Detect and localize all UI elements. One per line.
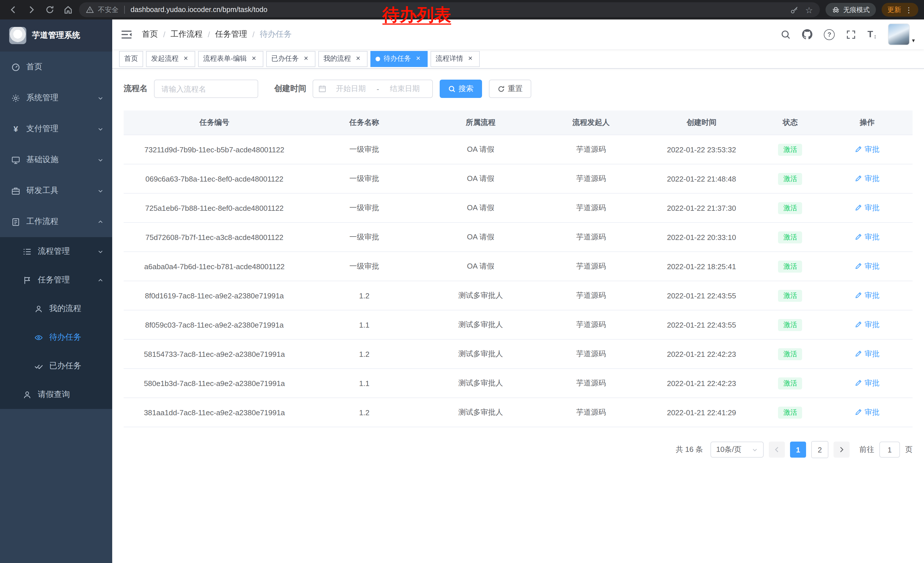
search-icon[interactable] [781,30,790,39]
search-icon [448,85,456,93]
github-icon[interactable] [802,29,812,39]
cell-task-id: a6aba0a4-7b6d-11ec-b781-acde48001122 [124,252,305,281]
fullscreen-icon[interactable] [846,30,856,39]
close-icon[interactable]: × [466,54,475,63]
caret-down-icon: ▾ [912,36,915,45]
breadcrumb-separator: / [208,30,210,39]
chevron-up-icon [98,219,104,225]
bookmark-star-icon[interactable]: ☆ [805,6,813,14]
refresh-button[interactable] [42,2,57,17]
filter-bar: 流程名 创建时间 开始日期 - 结束日期 搜索 重 [124,80,912,98]
sidebar-item-home[interactable]: 首页 [0,51,112,83]
clipboard-icon [12,217,20,226]
close-icon[interactable]: × [414,54,423,63]
tab-todo-tasks[interactable]: 待办任务 × [370,51,428,67]
update-button[interactable]: 更新 ⋮ [882,3,918,17]
tab-my-process[interactable]: 我的流程 × [318,51,368,67]
table-row: 725a1eb6-7b88-11ec-8ef0-acde48001122 一级审… [124,193,912,222]
forward-button[interactable] [24,2,39,17]
approve-link[interactable]: 审批 [855,349,879,359]
sidebar-item-payment-mgmt[interactable]: ¥ 支付管理 [0,113,112,144]
close-icon[interactable]: × [182,54,190,63]
tab-label: 待办任务 [384,54,411,63]
url-bar[interactable]: 不安全 dashboard.yudao.iocoder.cn/bpm/task/… [79,2,820,17]
app-logo[interactable]: 芋道管理系统 [0,20,112,51]
cell-actions: 审批 [822,281,912,310]
edit-icon [855,408,862,416]
cell-task-id: 8f059c03-7ac8-11ec-a9e2-a2380e71991a [124,310,305,339]
cell-task-name: 一级审批 [305,193,423,222]
sidebar-item-done-tasks[interactable]: 已办任务 [0,352,112,380]
avatar[interactable] [888,24,910,45]
cell-created: 2022-01-22 18:25:41 [644,252,759,281]
page-button-2[interactable]: 2 [811,441,828,458]
tab-label: 已办任务 [272,54,299,63]
tab-home[interactable]: 首页 [119,51,143,67]
goto-page-input[interactable] [879,441,900,458]
cell-initiator: 芋道源码 [538,310,644,339]
close-icon[interactable]: × [354,54,362,63]
cell-status: 激活 [759,310,822,339]
home-button[interactable] [61,2,76,17]
date-range-picker[interactable]: 开始日期 - 结束日期 [313,80,433,98]
cell-initiator: 芋道源码 [538,193,644,222]
chevron-down-icon [98,248,104,255]
app-logo-image [9,27,26,44]
close-icon[interactable]: × [302,54,310,63]
cell-created: 2022-01-22 23:53:32 [644,135,759,164]
sidebar-item-leave-query[interactable]: 请假查询 [0,380,112,409]
page-size-select[interactable]: 10条/页 [711,441,764,458]
sidebar-item-dev-tools[interactable]: 研发工具 [0,175,112,206]
approve-link[interactable]: 审批 [855,320,879,330]
sidebar-item-my-process[interactable]: 我的流程 [0,294,112,323]
cell-actions: 审批 [822,193,912,222]
approve-link[interactable]: 审批 [855,144,879,155]
approve-link[interactable]: 审批 [855,232,879,242]
cell-task-id: 725a1eb6-7b88-11ec-8ef0-acde48001122 [124,193,305,222]
cell-process: OA 请假 [423,252,538,281]
cell-status: 激活 [759,281,822,310]
sidebar-item-workflow[interactable]: 工作流程 [0,206,112,237]
sidebar-collapse-button[interactable] [122,30,132,39]
back-button[interactable] [6,2,21,17]
user-menu[interactable]: ▾ [888,24,915,45]
sidebar-item-label: 请假查询 [38,389,70,400]
sidebar-item-task-mgmt[interactable]: 任务管理 [0,266,112,294]
approve-link[interactable]: 审批 [855,290,879,301]
cell-initiator: 芋道源码 [538,135,644,164]
sidebar-item-system-mgmt[interactable]: 系统管理 [0,83,112,113]
sidebar-item-infrastructure[interactable]: 基础设施 [0,144,112,175]
approve-link[interactable]: 审批 [855,407,879,417]
breadcrumb-workflow[interactable]: 工作流程 [171,29,202,39]
approve-link[interactable]: 审批 [855,203,879,213]
prev-page-button[interactable] [769,441,785,458]
table-row: 580e1b3d-7ac8-11ec-a9e2-a2380e71991a 1.1… [124,369,912,398]
search-button[interactable]: 搜索 [440,80,482,98]
approve-link[interactable]: 审批 [855,378,879,388]
tab-process-detail[interactable]: 流程详情 × [430,51,480,67]
sidebar-item-label: 我的流程 [49,303,81,314]
next-page-button[interactable] [834,441,850,458]
tab-process-form-edit[interactable]: 流程表单-编辑 × [198,51,263,67]
password-key-icon[interactable] [790,6,798,14]
breadcrumb-home[interactable]: 首页 [142,29,158,39]
sidebar-item-todo-tasks[interactable]: 待办任务 [0,323,112,352]
close-icon[interactable]: × [250,54,258,63]
tab-done-tasks[interactable]: 已办任务 × [266,51,315,67]
goto-suffix: 页 [905,444,912,455]
sidebar-item-process-mgmt[interactable]: 流程管理 [0,237,112,266]
approve-link[interactable]: 审批 [855,174,879,184]
approve-link[interactable]: 审批 [855,261,879,272]
reset-button[interactable]: 重置 [489,80,531,98]
breadcrumb-task-mgmt[interactable]: 任务管理 [215,29,248,39]
tab-start-process[interactable]: 发起流程 × [146,51,195,67]
cell-process: OA 请假 [423,193,538,222]
breadcrumb: 首页 / 工作流程 / 任务管理 / 待办任务 [142,29,292,39]
process-name-input[interactable] [154,80,258,98]
help-icon[interactable]: ? [824,29,835,40]
incognito-badge: 无痕模式 [825,3,876,17]
font-size-icon[interactable]: T↕ [867,29,876,39]
page-button-1[interactable]: 1 [790,441,806,458]
table-row: 069c6a63-7b8a-11ec-8ef0-acde48001122 一级审… [124,164,912,193]
browser-menu-icon[interactable]: ⋮ [905,6,912,14]
